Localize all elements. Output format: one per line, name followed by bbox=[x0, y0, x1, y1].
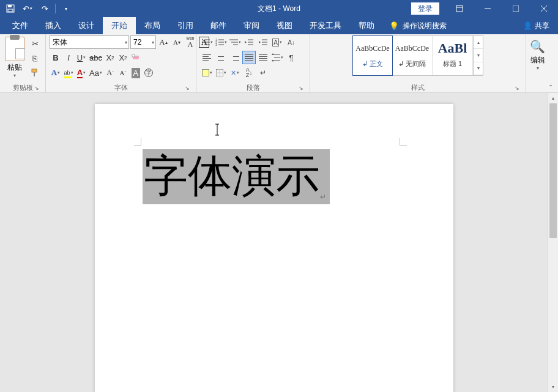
shading-button[interactable]: ▾ bbox=[200, 66, 214, 80]
share-button[interactable]: 👤 共享 bbox=[515, 17, 558, 34]
redo-button[interactable]: ↷ bbox=[37, 1, 53, 16]
show-marks-button[interactable]: ¶ bbox=[285, 51, 298, 64]
collapse-ribbon-button[interactable]: ⌃ bbox=[546, 83, 556, 91]
style-heading1[interactable]: AaBl 标题 1 bbox=[433, 36, 473, 75]
tab-developer[interactable]: 开发工具 bbox=[301, 17, 350, 34]
paragraph-launcher[interactable]: ↘ bbox=[297, 84, 305, 92]
distribute-button[interactable] bbox=[256, 51, 270, 64]
font-color-button[interactable]: A▾ bbox=[75, 66, 87, 80]
underline-button[interactable]: U▾ bbox=[75, 51, 87, 64]
tab-help[interactable]: 帮助 bbox=[350, 17, 383, 34]
enclose-char-button[interactable]: 字 bbox=[143, 66, 155, 80]
tab-view[interactable]: 视图 bbox=[268, 17, 301, 34]
char-border-button[interactable]: A bbox=[198, 35, 210, 49]
italic-button[interactable]: I bbox=[62, 51, 75, 64]
styles-scroll-up[interactable]: ▴ bbox=[474, 36, 483, 49]
ribbon-display-button[interactable] bbox=[445, 0, 474, 17]
styles-launcher[interactable]: ↘ bbox=[513, 84, 521, 92]
align-left-button[interactable] bbox=[200, 51, 214, 64]
paragraph-marks-button[interactable]: ↵ bbox=[256, 66, 270, 80]
align-justify-button[interactable] bbox=[242, 51, 256, 64]
bold-button[interactable]: B bbox=[50, 51, 62, 64]
tab-review[interactable]: 审阅 bbox=[235, 17, 268, 34]
document-area[interactable]: 字体演示↵ bbox=[0, 93, 548, 392]
login-button[interactable]: 登录 bbox=[411, 2, 439, 15]
styles-scroll-down[interactable]: ▾ bbox=[474, 49, 483, 62]
cut-button[interactable]: ✂ bbox=[28, 37, 42, 50]
scroll-down-button[interactable]: ▾ bbox=[548, 382, 558, 392]
paragraph-group-label: 段落 ↘ bbox=[200, 82, 306, 93]
style-preview-nospacing: AaBbCcDe bbox=[392, 40, 432, 57]
font-name-combo[interactable]: 宋体▾ bbox=[50, 35, 129, 49]
style-preview-normal: AaBbCcDe bbox=[353, 40, 392, 57]
font-size-combo[interactable]: 72▾ bbox=[130, 35, 156, 49]
grow-font-button[interactable]: A▴ bbox=[157, 35, 169, 49]
text-effects-button[interactable]: A▾ bbox=[50, 66, 62, 80]
char-shading-button[interactable]: A bbox=[130, 66, 142, 80]
svg-rect-9 bbox=[32, 69, 37, 72]
close-button[interactable] bbox=[530, 0, 558, 17]
strikethrough-button[interactable]: abc bbox=[88, 51, 103, 64]
superscript-button[interactable]: X2 bbox=[117, 51, 129, 64]
increase-indent-button[interactable] bbox=[256, 35, 270, 49]
borders-button[interactable]: ▾ bbox=[214, 66, 228, 80]
change-case-button[interactable]: Aa▾ bbox=[88, 66, 103, 80]
align-center-button[interactable] bbox=[214, 51, 228, 64]
paste-dropdown-icon[interactable]: ▾ bbox=[4, 73, 26, 78]
shrink-font-button[interactable]: A▾ bbox=[171, 35, 183, 49]
share-icon: 👤 bbox=[523, 21, 532, 30]
clipboard-group-label: 剪贴板 ↘ bbox=[4, 82, 42, 93]
tab-layout[interactable]: 布局 bbox=[136, 17, 169, 34]
find-button[interactable]: 🔍 编辑 ▾ bbox=[530, 35, 545, 71]
sort-az-button[interactable]: AZ↓ bbox=[242, 66, 256, 80]
snap-to-grid-button[interactable]: ✕▾ bbox=[228, 66, 242, 80]
scroll-thumb[interactable] bbox=[549, 103, 557, 238]
svg-rect-1 bbox=[8, 5, 12, 7]
qat-customize-button[interactable]: ▾ bbox=[58, 1, 74, 16]
style-preview-heading1: AaBl bbox=[433, 40, 472, 57]
sort-button[interactable]: A↓ bbox=[285, 35, 298, 49]
tell-me-search[interactable]: 💡 操作说明搜索 bbox=[389, 17, 447, 34]
vertical-scrollbar[interactable]: ▴ ▾ bbox=[548, 93, 558, 392]
document-page[interactable]: 字体演示↵ bbox=[95, 104, 453, 392]
shrink-font-a-button[interactable]: Aˇ bbox=[117, 66, 129, 80]
group-styles: AaBbCcDe ↲ 正文 AaBbCcDe ↲ 无间隔 AaBl 标题 1 ▴… bbox=[310, 34, 526, 93]
styles-group-label: 样式 ↘ bbox=[314, 82, 522, 93]
text-cursor-icon bbox=[215, 124, 220, 136]
svg-rect-2 bbox=[8, 9, 13, 12]
copy-button[interactable]: ⎘ bbox=[28, 51, 42, 65]
clipboard-launcher[interactable]: ↘ bbox=[33, 84, 40, 92]
tab-home[interactable]: 开始 bbox=[103, 17, 136, 34]
scroll-up-button[interactable]: ▴ bbox=[548, 93, 558, 103]
svg-rect-10 bbox=[34, 72, 35, 76]
highlight-button[interactable]: ab▾ bbox=[62, 66, 75, 80]
align-right-button[interactable] bbox=[228, 51, 242, 64]
line-spacing-button[interactable]: ▾ bbox=[270, 51, 284, 64]
format-painter-button[interactable] bbox=[28, 66, 42, 80]
style-nospacing[interactable]: AaBbCcDe ↲ 无间隔 bbox=[392, 36, 433, 75]
tab-file[interactable]: 文件 bbox=[4, 17, 37, 34]
tab-design[interactable]: 设计 bbox=[70, 17, 103, 34]
grow-font-a-button[interactable]: Aˆ bbox=[104, 66, 116, 80]
minimize-button[interactable] bbox=[474, 0, 502, 17]
tab-references[interactable]: 引用 bbox=[169, 17, 202, 34]
ribbon-tabs: 文件 插入 设计 开始 布局 引用 邮件 审阅 视图 开发工具 帮助 💡 操作说… bbox=[0, 17, 558, 34]
tab-mailings[interactable]: 邮件 bbox=[202, 17, 235, 34]
paste-button[interactable]: 粘贴 ▾ bbox=[4, 35, 26, 78]
style-normal[interactable]: AaBbCcDe ↲ 正文 bbox=[352, 35, 393, 76]
decrease-indent-button[interactable] bbox=[242, 35, 256, 49]
font-launcher[interactable]: ↘ bbox=[184, 84, 191, 92]
multilevel-list-button[interactable]: ▾ bbox=[228, 35, 242, 49]
styles-more-button[interactable]: ▾ bbox=[474, 62, 483, 75]
tab-insert[interactable]: 插入 bbox=[37, 17, 70, 34]
save-button[interactable] bbox=[2, 1, 18, 16]
phonetic-guide-button[interactable]: wénA bbox=[184, 35, 196, 49]
clear-formatting-button[interactable] bbox=[130, 51, 142, 64]
editing-dropdown-icon[interactable]: ▾ bbox=[530, 65, 545, 71]
numbering-button[interactable]: 123▾ bbox=[214, 35, 228, 49]
maximize-button[interactable] bbox=[502, 0, 530, 17]
asian-layout-button[interactable]: A▾ bbox=[270, 35, 284, 49]
subscript-button[interactable]: X2 bbox=[104, 51, 116, 64]
document-selected-text[interactable]: 字体演示↵ bbox=[143, 149, 330, 204]
undo-button[interactable]: ↶▾ bbox=[20, 1, 35, 16]
